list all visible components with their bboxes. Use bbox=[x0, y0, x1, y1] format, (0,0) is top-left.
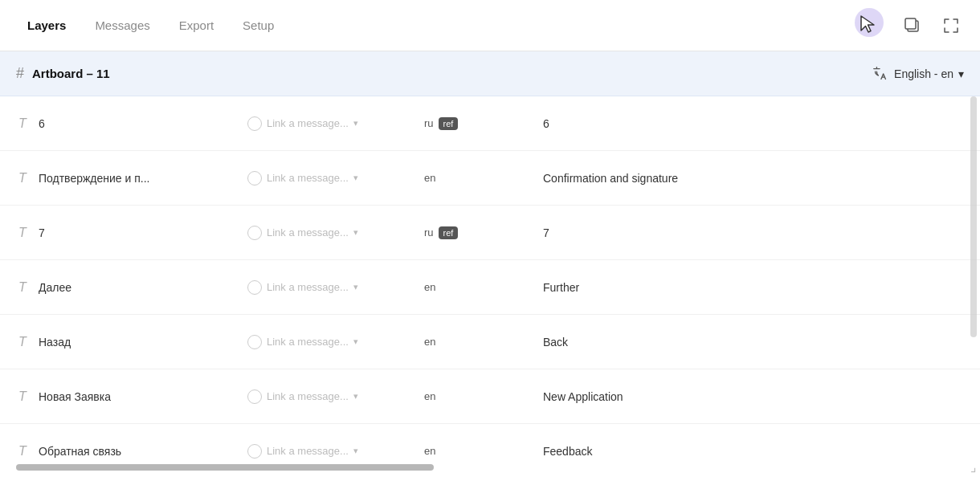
row-name: Обратная связь bbox=[39, 445, 247, 458]
link-circle-icon bbox=[247, 171, 262, 186]
type-icon: T bbox=[6, 280, 39, 295]
top-nav: LayersMessagesExportSetup bbox=[0, 0, 980, 51]
lang-cell: en bbox=[424, 281, 504, 293]
table-row: T7Link a message... ▾ruref7 bbox=[0, 206, 980, 260]
duplicate-button[interactable] bbox=[900, 13, 925, 39]
link-cell[interactable]: Link a message... ▾ bbox=[247, 280, 424, 295]
language-chevron: ▾ bbox=[958, 67, 964, 80]
link-circle-icon bbox=[247, 280, 262, 295]
table-container: T6Link a message... ▾ruref6TПодтверждени… bbox=[0, 96, 980, 463]
link-chevron-icon: ▾ bbox=[353, 282, 358, 292]
nav-tab-export[interactable]: Export bbox=[168, 12, 225, 39]
lang-code: ru bbox=[424, 117, 434, 129]
row-translation: Feedback bbox=[537, 445, 970, 458]
svg-rect-1 bbox=[905, 18, 916, 29]
ref-badge: ref bbox=[439, 117, 459, 130]
nav-tab-layers[interactable]: Layers bbox=[16, 12, 77, 39]
expand-button[interactable] bbox=[938, 13, 964, 39]
lang-cell: en bbox=[424, 336, 504, 348]
link-cell[interactable]: Link a message... ▾ bbox=[247, 171, 424, 186]
nav-tabs: LayersMessagesExportSetup bbox=[16, 12, 285, 39]
artboard-header: # Artboard – 11 English - en ▾ bbox=[0, 51, 980, 96]
type-icon: T bbox=[6, 171, 39, 186]
link-chevron-icon: ▾ bbox=[353, 446, 358, 456]
row-translation: New Application bbox=[537, 390, 970, 403]
link-placeholder-text: Link a message... bbox=[267, 226, 349, 238]
type-icon: T bbox=[6, 444, 39, 459]
link-placeholder-text: Link a message... bbox=[267, 336, 349, 348]
lang-code: en bbox=[424, 281, 435, 293]
link-circle-icon bbox=[247, 444, 262, 459]
lang-code: en bbox=[424, 445, 435, 457]
lang-cell: ruref bbox=[424, 226, 504, 239]
link-placeholder-text: Link a message... bbox=[267, 281, 349, 293]
table-row: TПодтверждение и п...Link a message... ▾… bbox=[0, 151, 980, 206]
top-right-icons bbox=[851, 8, 964, 43]
link-cell[interactable]: Link a message... ▾ bbox=[247, 226, 424, 240]
lang-cell: en bbox=[424, 172, 504, 184]
cursor-icon bbox=[860, 14, 877, 35]
row-translation: Confirmation and signature bbox=[537, 172, 970, 185]
lang-code: en bbox=[424, 172, 435, 184]
artboard-hash-icon: # bbox=[16, 65, 24, 82]
link-chevron-icon: ▾ bbox=[353, 391, 358, 402]
horizontal-scrollbar[interactable] bbox=[16, 464, 434, 471]
link-cell[interactable]: Link a message... ▾ bbox=[247, 444, 424, 459]
link-chevron-icon: ▾ bbox=[353, 118, 358, 128]
link-placeholder-text: Link a message... bbox=[267, 172, 349, 184]
row-name: 6 bbox=[39, 117, 247, 130]
link-chevron-icon: ▾ bbox=[353, 173, 358, 183]
translate-icon bbox=[872, 65, 889, 83]
row-name: Подтверждение и п... bbox=[39, 172, 247, 185]
nav-tab-setup[interactable]: Setup bbox=[231, 12, 285, 39]
link-chevron-icon: ▾ bbox=[353, 227, 358, 238]
link-cell[interactable]: Link a message... ▾ bbox=[247, 116, 424, 131]
link-circle-icon bbox=[247, 389, 262, 404]
table-row: T6Link a message... ▾ruref6 bbox=[0, 96, 980, 151]
link-circle-icon bbox=[247, 226, 262, 240]
lang-code: ru bbox=[424, 226, 434, 238]
row-name: Далее bbox=[39, 281, 247, 294]
link-circle-icon bbox=[247, 116, 262, 131]
artboard-title: Artboard – 11 bbox=[32, 67, 872, 80]
link-placeholder-text: Link a message... bbox=[267, 117, 349, 129]
table-row: TНазадLink a message... ▾enBack bbox=[0, 315, 980, 369]
row-translation: Further bbox=[537, 281, 970, 294]
type-icon: T bbox=[6, 389, 39, 404]
nav-tab-messages[interactable]: Messages bbox=[84, 12, 161, 39]
cursor-icon-wrap bbox=[851, 8, 887, 43]
link-cell[interactable]: Link a message... ▾ bbox=[247, 335, 424, 349]
resize-handle[interactable]: ⌟ bbox=[970, 461, 977, 474]
type-icon: T bbox=[6, 335, 39, 349]
lang-code: en bbox=[424, 390, 435, 402]
row-name: 7 bbox=[39, 226, 247, 239]
row-name: Назад bbox=[39, 336, 247, 349]
link-circle-icon bbox=[247, 335, 262, 349]
ref-badge: ref bbox=[439, 226, 459, 239]
row-name: Новая Заявка bbox=[39, 390, 247, 403]
row-translation: Back bbox=[537, 336, 970, 349]
type-icon: T bbox=[6, 116, 39, 131]
language-selector[interactable]: English - en ▾ bbox=[872, 65, 964, 83]
table-row: TНовая ЗаявкаLink a message... ▾enNew Ap… bbox=[0, 369, 980, 424]
link-cell[interactable]: Link a message... ▾ bbox=[247, 389, 424, 404]
lang-cell: en bbox=[424, 390, 504, 402]
link-placeholder-text: Link a message... bbox=[267, 390, 349, 402]
table-row: TДалееLink a message... ▾enFurther bbox=[0, 260, 980, 315]
type-icon: T bbox=[6, 226, 39, 240]
link-placeholder-text: Link a message... bbox=[267, 445, 349, 457]
table-row: TОбратная связьLink a message... ▾enFeed… bbox=[0, 424, 980, 463]
language-label: English - en bbox=[894, 67, 953, 80]
lang-code: en bbox=[424, 336, 435, 348]
lang-cell: ruref bbox=[424, 117, 504, 130]
row-translation: 6 bbox=[537, 117, 970, 130]
lang-cell: en bbox=[424, 445, 504, 457]
row-translation: 7 bbox=[537, 226, 970, 239]
link-chevron-icon: ▾ bbox=[353, 336, 358, 347]
vertical-scrollbar[interactable] bbox=[970, 96, 977, 337]
